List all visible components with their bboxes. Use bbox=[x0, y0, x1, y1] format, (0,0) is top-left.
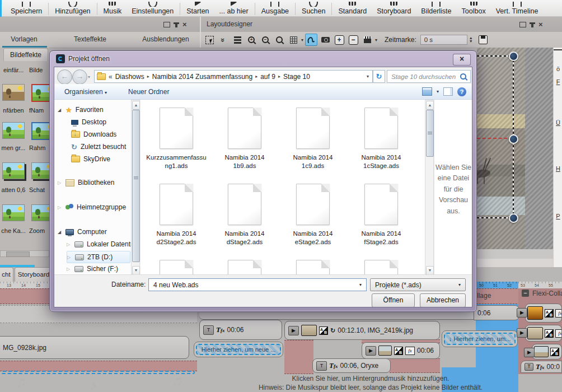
scroll-up-button[interactable]: ▲ bbox=[132, 101, 140, 110]
view-vert-timeline-button[interactable]: Vert. Timeline bbox=[496, 2, 538, 15]
pin-icon[interactable] bbox=[175, 22, 177, 27]
expander-icon[interactable]: ▷ bbox=[58, 205, 62, 210]
preview-pane-icon[interactable] bbox=[443, 87, 453, 96]
effect-label[interactable]: Schat bbox=[29, 186, 49, 193]
forward-button[interactable]: → bbox=[72, 69, 87, 85]
file-item[interactable]: Kurzzusammenfassung1.ads bbox=[145, 108, 208, 170]
expander-icon[interactable]: ◢ bbox=[58, 230, 62, 235]
effect-thumbnail[interactable] bbox=[2, 84, 25, 101]
nav-pane-scrollbar[interactable]: ▲ ▼ bbox=[131, 100, 140, 274]
layers-button[interactable] bbox=[231, 34, 243, 46]
timeline-ruler-left[interactable]: 13 14 15 bbox=[0, 282, 49, 288]
filetype-combobox[interactable]: Projekte (*.ads) ▾ bbox=[370, 278, 466, 291]
sidebar-item-computer[interactable]: ◢Computer bbox=[58, 226, 107, 237]
breadcrumb-prefix[interactable]: « bbox=[106, 73, 115, 81]
tab-vorlagen[interactable]: Vorlagen bbox=[0, 32, 48, 47]
sidebar-item-favoriten[interactable]: ◢ ★ Favoriten bbox=[58, 104, 104, 115]
effect-label[interactable]: Zoom bbox=[29, 227, 49, 234]
cancel-button[interactable]: Abbrechen bbox=[420, 293, 466, 307]
file-item-partial[interactable] bbox=[145, 260, 208, 274]
timeline-clip-0006[interactable]: ▶ AB fx 00:06 bbox=[362, 342, 440, 359]
timeline-clip-img0928[interactable]: MG_0928k.jpg bbox=[0, 336, 189, 359]
timeline-clip-r4[interactable]: T Tfx 00:0 bbox=[521, 361, 562, 373]
sidebar-item-recent[interactable]: ↻Zuletzt besucht bbox=[71, 141, 126, 152]
open-button[interactable]: Öffnen bbox=[372, 293, 415, 307]
sidebar-item-skydrive[interactable]: SkyDrive bbox=[71, 153, 110, 165]
zeitmarke-input[interactable]: 0 s bbox=[420, 35, 467, 45]
file-item[interactable]: Namibia 2014 1cStage.ads bbox=[350, 108, 413, 170]
strip-letter[interactable]: H bbox=[554, 165, 562, 172]
timeline-drop-target-right[interactable]: ↓ Hierher ziehen, um... bbox=[442, 330, 518, 347]
file-item[interactable]: Namibia 2014 fStage2.ads bbox=[350, 184, 413, 246]
scroll-down-button[interactable]: ▼ bbox=[426, 266, 434, 275]
timeline-drop-target-left[interactable]: Hierher ziehen, um neue ... bbox=[194, 342, 283, 357]
maximize-icon[interactable] bbox=[519, 22, 526, 27]
timeline-clip-r3[interactable]: AB bbox=[532, 344, 562, 360]
filetype-caret[interactable]: ▾ bbox=[458, 282, 461, 287]
effect-thumbnail[interactable] bbox=[2, 122, 25, 139]
tab-texteffekte[interactable]: Texteffekte bbox=[48, 32, 132, 47]
breadcrumb-item[interactable]: Stage 10 bbox=[283, 73, 310, 81]
effect-label[interactable]: che Ka... bbox=[0, 227, 28, 234]
effect-thumbnail[interactable] bbox=[31, 122, 49, 140]
expander-icon[interactable]: ▷ bbox=[58, 180, 62, 185]
slide-options-button[interactable] bbox=[361, 34, 373, 46]
slide-options-caret[interactable]: ▾ bbox=[375, 38, 377, 43]
effect-thumbnail[interactable] bbox=[2, 204, 25, 221]
zoom-out-button[interactable]: − bbox=[259, 34, 271, 46]
close-icon[interactable]: × bbox=[182, 22, 187, 27]
file-item[interactable]: Namibia 2014 1b9.ads bbox=[213, 108, 276, 170]
timeline-ruler-right[interactable]: 53 54 55 bbox=[518, 282, 562, 288]
expander-icon[interactable]: ▷ bbox=[67, 255, 72, 260]
scrollbar-thumb[interactable] bbox=[132, 110, 140, 262]
camera-button[interactable] bbox=[319, 34, 331, 46]
scroll-up-button[interactable]: ▲ bbox=[426, 101, 434, 110]
add-button[interactable]: Hinzufügen bbox=[55, 2, 90, 15]
timeline-ruler-blue[interactable]: 50 51 52 bbox=[476, 282, 518, 288]
breadcrumb-item[interactable]: Namibia 2014 Zusammenfassung bbox=[152, 73, 252, 81]
help-icon[interactable]: ? bbox=[457, 87, 466, 96]
music-button[interactable]: Musik bbox=[104, 2, 122, 15]
selection-handle-top[interactable] bbox=[509, 52, 518, 61]
filename-caret[interactable]: ▾ bbox=[359, 282, 362, 287]
file-list[interactable]: Kurzzusammenfassung1.ads Namibia 2014 1b… bbox=[140, 100, 425, 274]
sidebar-item-sicher-drive[interactable]: ▷Sicher (F:) bbox=[67, 263, 118, 274]
expander-icon[interactable]: ▷ bbox=[67, 267, 71, 272]
strip-letter[interactable]: F bbox=[554, 78, 562, 85]
tab-ausblendungen[interactable]: Ausblendungen bbox=[132, 32, 199, 47]
output-button[interactable]: Ausgabe bbox=[261, 2, 289, 15]
zoom-fit-button[interactable] bbox=[273, 34, 285, 46]
view-storyboard-button[interactable]: Storyboard bbox=[377, 2, 411, 15]
breadcrumb-item[interactable]: auf 9 bbox=[260, 73, 275, 81]
file-list-scrollbar[interactable]: ▲ ▼ bbox=[425, 100, 434, 274]
new-folder-button[interactable]: Neuer Ordner bbox=[128, 88, 169, 96]
tab-bildeffekte[interactable]: Bildeffekte bbox=[3, 48, 48, 61]
scrollbar-thumb[interactable] bbox=[6, 251, 30, 257]
view-tab-storyboard[interactable]: Storyboard bbox=[15, 267, 53, 282]
selection-handle-middle[interactable] bbox=[509, 134, 518, 144]
effect-thumbnail[interactable] bbox=[31, 162, 49, 179]
scrollbar-thumb[interactable] bbox=[426, 110, 434, 157]
organize-menu[interactable]: Organisieren ▾ bbox=[64, 88, 107, 96]
effect-label[interactable]: einfär... bbox=[0, 67, 28, 73]
timeline-clip-text1[interactable]: T Tfx 00:06 bbox=[199, 320, 282, 340]
timeline-clip-r1[interactable]: AB fx bbox=[525, 304, 562, 323]
search-box[interactable]: Stage 10 durchsuchen bbox=[387, 70, 471, 83]
effect-thumbnail[interactable] bbox=[2, 162, 25, 179]
zoom-in-button[interactable]: + bbox=[245, 34, 257, 46]
file-item[interactable]: Namibia 2014 dStage2.ads bbox=[213, 184, 276, 246]
add-keyframe-button[interactable]: + bbox=[333, 34, 345, 46]
timeline-clip-partial-0006[interactable]: 0:06 bbox=[474, 305, 519, 320]
selection-handle-bottom[interactable] bbox=[509, 213, 518, 223]
effect-thumbnail[interactable] bbox=[31, 84, 49, 102]
effect-label[interactable]: nfärben bbox=[0, 107, 28, 114]
strip-letter[interactable]: Ü bbox=[554, 119, 562, 126]
expander-icon[interactable]: ▷ bbox=[67, 242, 71, 247]
effect-label[interactable]: Rahm bbox=[29, 144, 49, 151]
save-button[interactable]: Speichern bbox=[11, 2, 42, 15]
grid-button[interactable] bbox=[287, 34, 299, 46]
maximize-icon[interactable] bbox=[163, 22, 170, 27]
effect-label[interactable]: atten 0,6 bbox=[0, 186, 28, 193]
file-item-partial[interactable] bbox=[213, 260, 276, 274]
expander-icon[interactable]: ◢ bbox=[58, 108, 62, 113]
